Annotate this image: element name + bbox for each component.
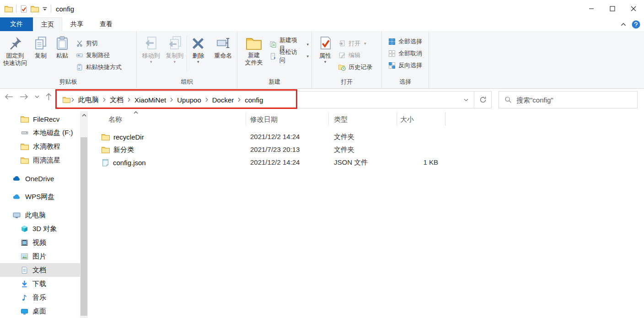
easy-access-button[interactable]: 轻松访问 ▾ xyxy=(267,50,311,62)
search-input[interactable] xyxy=(516,96,632,104)
properties-button[interactable]: 属性 ▾ xyxy=(315,31,336,75)
computer-icon xyxy=(12,211,21,219)
main-area: FileRecv 本地磁盘 (F:) 水滴教程 雨滴流星 OneDrive xyxy=(0,111,644,318)
paste-button[interactable]: 粘贴 xyxy=(51,31,73,75)
sidebar-item-this-pc[interactable]: 此电脑 xyxy=(0,208,80,222)
back-button[interactable] xyxy=(5,94,13,100)
sidebar-item-music[interactable]: 音乐 xyxy=(0,291,80,304)
address-dropdown-button[interactable] xyxy=(458,92,474,108)
move-to-icon xyxy=(144,36,158,50)
up-button[interactable] xyxy=(46,93,52,101)
dropdown-icon: ▾ xyxy=(324,60,327,64)
collapse-ribbon-icon[interactable] xyxy=(621,23,626,26)
sidebar-item-videos[interactable]: 视频 xyxy=(0,236,80,249)
ribbon-group-new: 新建 文件夹 新建项目 ▾ 轻松访问 ▾ 新建 xyxy=(237,31,312,88)
sidebar-item-onedrive[interactable]: OneDrive xyxy=(0,172,80,185)
sidebar-item-yudiliuxing[interactable]: 雨滴流星 xyxy=(0,153,80,167)
copy-to-button[interactable]: 复制到 ▾ xyxy=(163,31,187,75)
column-divider[interactable] xyxy=(246,112,246,126)
paste-shortcut-button[interactable]: 粘贴快捷方式 xyxy=(73,61,124,73)
customize-quick-access-dropdown-icon[interactable] xyxy=(42,7,48,11)
file-row-xinfenlei[interactable]: 新分类 2021/7/23 20:13 文件夹 xyxy=(88,143,445,156)
move-to-button[interactable]: 移动到 ▾ xyxy=(140,31,163,75)
tab-view[interactable]: 查看 xyxy=(91,17,121,31)
refresh-button[interactable] xyxy=(474,92,491,108)
pin-to-quick-access-button[interactable]: 固定到 快速访问 xyxy=(0,31,30,75)
copy-button[interactable]: 复制 xyxy=(30,31,51,75)
sidebar-item-local-disk-f[interactable]: 本地磁盘 (F:) xyxy=(0,126,80,140)
navigation-bar: 此电脑 文档 XiaoMiNet Upupoo Docker config xyxy=(0,89,644,111)
breadcrumb-upupoo[interactable]: Upupoo xyxy=(173,92,205,108)
ribbon-tab-strip: 文件 主页 共享 查看 xyxy=(0,17,644,31)
column-header-date[interactable]: 修改日期 xyxy=(250,115,278,124)
edit-button[interactable]: 编辑 xyxy=(336,49,375,61)
tab-home[interactable]: 主页 xyxy=(33,17,62,31)
breadcrumb-xiaominet[interactable]: XiaoMiNet xyxy=(130,92,170,108)
column-header-size[interactable]: 大小 xyxy=(400,115,414,124)
file-type: JSON 文件 xyxy=(334,158,368,167)
folder-icon xyxy=(102,146,110,153)
sidebar-item-pictures[interactable]: 图片 xyxy=(0,249,80,263)
scrollbar-up-button[interactable] xyxy=(80,111,88,119)
copy-path-button[interactable]: 复制路径 xyxy=(73,49,124,61)
file-name: config.json xyxy=(113,159,146,167)
sidebar-scrollbar[interactable] xyxy=(80,111,88,318)
history-button[interactable]: 历史记录 xyxy=(336,61,375,73)
cut-button[interactable]: 剪切 xyxy=(73,38,124,49)
column-header-type[interactable]: 类型 xyxy=(334,115,348,124)
delete-button[interactable]: 删除 ▾ xyxy=(187,31,209,75)
new-folder-icon xyxy=(246,37,262,50)
column-divider[interactable] xyxy=(445,112,445,126)
breadcrumb-docker[interactable]: Docker xyxy=(208,92,238,108)
breadcrumb-this-pc[interactable]: 此电脑 xyxy=(74,92,103,108)
sidebar-item-documents[interactable]: 文档 xyxy=(0,263,80,277)
back-arrow-icon xyxy=(5,94,13,100)
new-folder-button[interactable]: 新建 文件夹 xyxy=(241,31,267,75)
sidebar-item-3d-objects[interactable]: 3D 对象 xyxy=(0,222,80,236)
scrollbar-thumb[interactable] xyxy=(80,137,87,316)
file-size: 1 KB xyxy=(397,158,438,166)
folder-icon xyxy=(102,134,110,140)
select-all-icon xyxy=(388,38,396,45)
recent-locations-button[interactable] xyxy=(35,95,39,98)
sidebar-item-filerecv[interactable]: FileRecv xyxy=(0,112,80,126)
help-icon[interactable] xyxy=(632,20,640,29)
group-label-clipboard: 剪贴板 xyxy=(0,78,136,86)
up-arrow-icon xyxy=(46,93,52,101)
tab-file[interactable]: 文件 xyxy=(0,17,33,31)
close-icon xyxy=(631,6,636,11)
sidebar-item-downloads[interactable]: 下载 xyxy=(0,277,80,291)
column-divider[interactable] xyxy=(397,112,397,126)
minimize-button[interactable] xyxy=(581,0,602,17)
file-type: 文件夹 xyxy=(334,146,354,154)
open-button[interactable]: 打开 ▾ xyxy=(336,38,375,49)
ribbon-group-open: 属性 ▾ 打开 ▾ 编辑 历史记录 打开 xyxy=(312,31,382,88)
file-row-recycledir[interactable]: recycleDir 2021/12/2 14:24 文件夹 xyxy=(88,130,445,143)
properties-checkmark-icon[interactable] xyxy=(20,5,27,13)
properties-icon xyxy=(318,36,332,50)
select-none-button[interactable]: 全部取消 xyxy=(386,48,425,59)
sidebar-item-shuidijiaocheng[interactable]: 水滴教程 xyxy=(0,140,80,153)
separator xyxy=(16,5,16,13)
breadcrumb-config[interactable]: config xyxy=(241,92,267,108)
new-folder-icon[interactable] xyxy=(31,5,39,12)
rename-icon xyxy=(216,36,231,50)
tab-share[interactable]: 共享 xyxy=(62,17,91,31)
search-box[interactable] xyxy=(499,91,638,108)
column-header-name[interactable]: 名称 xyxy=(108,115,122,124)
rename-button[interactable]: 重命名 xyxy=(209,31,237,75)
videos-icon xyxy=(21,239,28,247)
file-row-config-json[interactable]: config.json 2021/12/2 14:24 JSON 文件 1 KB xyxy=(88,156,445,169)
address-bar[interactable]: 此电脑 文档 XiaoMiNet Upupoo Docker config xyxy=(57,91,492,108)
breadcrumb-documents[interactable]: 文档 xyxy=(106,92,128,108)
window-title: config xyxy=(56,5,74,13)
select-all-button[interactable]: 全部选择 xyxy=(386,36,425,48)
maximize-button[interactable] xyxy=(602,0,623,17)
invert-selection-button[interactable]: 反向选择 xyxy=(386,59,425,71)
close-button[interactable] xyxy=(623,0,644,17)
copy-icon xyxy=(33,36,48,50)
column-divider[interactable] xyxy=(328,112,329,126)
sidebar-item-desktop[interactable]: 桌面 xyxy=(0,304,80,318)
sidebar-item-wps-cloud[interactable]: WPS网盘 xyxy=(0,190,80,204)
forward-button[interactable] xyxy=(20,94,28,100)
